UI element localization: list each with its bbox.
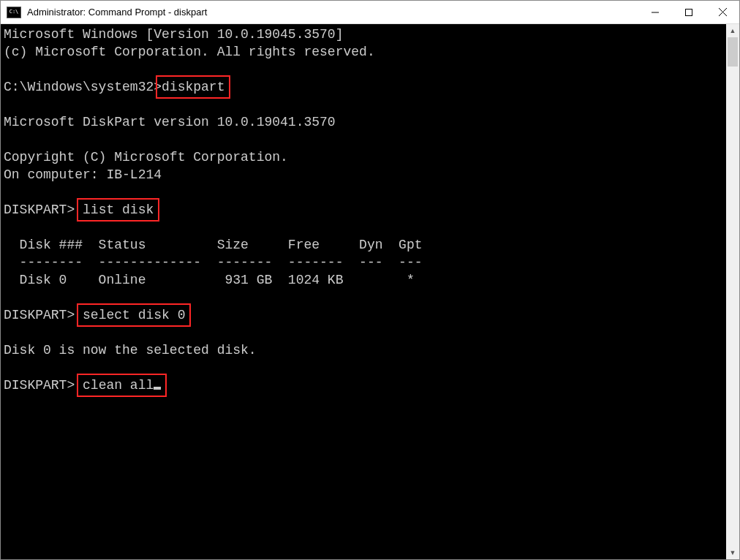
cmd-window: C:\ Administrator: Command Prompt - disk… [0,0,740,560]
table-header: Disk ### Status Size Free Dyn Gpt [4,238,423,252]
terminal[interactable]: Microsoft Windows [Version 10.0.19045.35… [1,24,726,559]
command-text: list disk [83,203,154,217]
command-text: clean all [83,378,154,393]
scroll-thumb[interactable] [728,37,738,67]
scroll-down-button[interactable]: ▼ [726,546,739,559]
terminal-line: (c) Microsoft Corporation. All rights re… [4,45,375,59]
terminal-line: Microsoft DiskPart version 10.0.19041.35… [4,115,336,129]
svg-rect-1 [686,9,692,15]
prompt-prefix: DISKPART> [4,203,83,217]
scrollbar[interactable]: ▲ ▼ [726,24,739,559]
minimize-button[interactable] [638,1,672,24]
terminal-container: Microsoft Windows [Version 10.0.19045.35… [1,24,739,559]
command-text: select disk 0 [83,308,185,322]
close-icon [719,8,727,16]
window-title: Administrator: Command Prompt - diskpart [27,7,638,18]
highlight-box: clean all [77,374,167,397]
cursor-icon [154,387,161,390]
table-divider: -------- ------------- ------- ------- -… [4,255,423,270]
terminal-line: Copyright (C) Microsoft Corporation. [4,150,288,164]
terminal-line: Disk 0 is now the selected disk. [4,343,257,357]
prompt-prefix: DISKPART> [4,378,83,393]
cmd-icon: C:\ [7,7,21,18]
window-controls [638,1,739,24]
titlebar[interactable]: C:\ Administrator: Command Prompt - disk… [1,1,739,24]
maximize-icon [685,9,692,16]
cmd-icon-label: C:\ [10,10,19,15]
terminal-line: On computer: IB-L214 [4,167,162,182]
maximize-button[interactable] [672,1,706,24]
highlight-box: select disk 0 [77,303,191,327]
command-text: diskpart [162,80,224,94]
scroll-up-button[interactable]: ▲ [726,24,739,37]
minimize-icon [652,9,659,16]
highlight-box: list disk [77,198,159,222]
close-button[interactable] [706,1,739,24]
highlight-box: diskpart [156,75,230,99]
table-row: Disk 0 Online 931 GB 1024 KB * [4,273,415,287]
prompt-prefix: DISKPART> [4,308,83,322]
terminal-line: Microsoft Windows [Version 10.0.19045.35… [4,27,343,42]
scroll-track[interactable] [726,67,739,546]
prompt-prefix: C:\Windows\system32> [4,80,162,94]
